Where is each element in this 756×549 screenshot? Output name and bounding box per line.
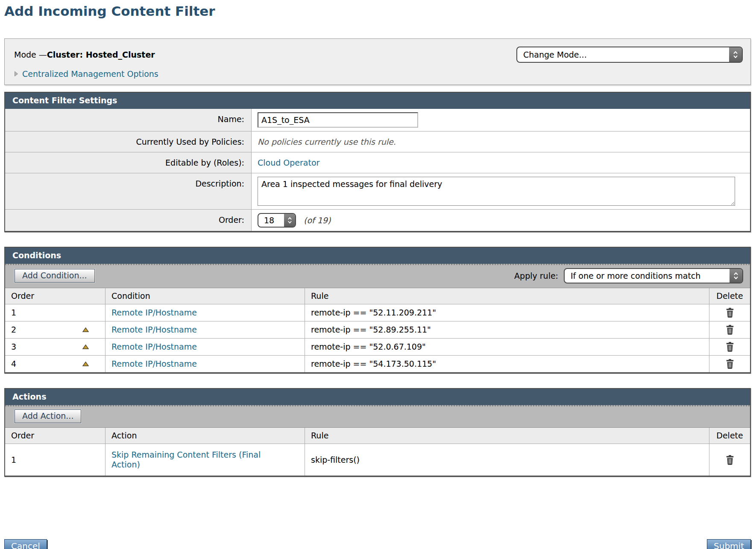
conditions-header: Conditions	[5, 248, 750, 264]
trash-icon[interactable]	[726, 359, 734, 369]
name-label: Name:	[5, 109, 252, 131]
centralized-management-link[interactable]: Centralized Management Options	[22, 69, 158, 79]
page-title: Add Incoming Content Filter	[4, 3, 751, 19]
order-label: Order:	[5, 210, 252, 231]
condition-row: 3 Remote IP/Hostname remote-ip == "52.0.…	[5, 339, 750, 356]
page: Add Incoming Content Filter Mode —Cluste…	[4, 3, 751, 549]
apply-rule-label: Apply rule:	[514, 271, 558, 280]
mode-panel: Mode —Cluster: Hosted_Cluster Change Mod…	[4, 38, 751, 85]
roles-row: Editable by (Roles): Cloud Operator	[5, 152, 750, 173]
condition-link[interactable]: Remote IP/Hostname	[111, 342, 197, 352]
add-condition-button[interactable]: Add Condition...	[15, 269, 95, 283]
editable-roles-link[interactable]: Cloud Operator	[258, 158, 319, 167]
disclosure-triangle-icon[interactable]	[14, 71, 18, 77]
policies-label: Currently Used by Policies:	[5, 131, 252, 152]
content-filter-settings-panel: Content Filter Settings Name: Currently …	[4, 92, 751, 232]
condition-rule: remote-ip == "52.0.67.109"	[305, 339, 709, 356]
action-row: 1 Skip Remaining Content Filters (Final …	[5, 444, 750, 476]
column-header-order: Order	[5, 288, 105, 304]
policies-row: Currently Used by Policies: No policies …	[5, 131, 750, 152]
submit-button[interactable]: Submit	[707, 539, 751, 549]
move-up-icon[interactable]	[82, 362, 89, 366]
mode-dash: —	[39, 50, 47, 59]
select-spinner-icon	[729, 47, 742, 62]
condition-order: 3	[11, 342, 16, 352]
condition-link[interactable]: Remote IP/Hostname	[111, 325, 197, 335]
conditions-panel: Conditions Add Condition... Apply rule: …	[4, 247, 751, 374]
trash-icon[interactable]	[726, 342, 734, 352]
settings-header: Content Filter Settings	[5, 93, 750, 109]
roles-label: Editable by (Roles):	[5, 152, 252, 173]
trash-icon[interactable]	[726, 325, 734, 335]
column-header-delete: Delete	[709, 288, 750, 304]
condition-rule: remote-ip == "52.89.255.11"	[305, 321, 709, 339]
column-header-rule: Rule	[305, 288, 709, 304]
column-header-condition: Condition	[105, 288, 305, 304]
condition-order: 2	[11, 325, 16, 335]
condition-rule: remote-ip == "52.11.209.211"	[305, 304, 709, 321]
condition-order: 1	[11, 308, 16, 318]
move-up-icon[interactable]	[82, 345, 89, 349]
order-select[interactable]: 18	[258, 213, 296, 228]
select-spinner-icon	[730, 269, 742, 283]
condition-row: 1 Remote IP/Hostname remote-ip == "52.11…	[5, 304, 750, 321]
change-mode-select-value: Change Mode...	[517, 50, 604, 59]
mode-row: Mode —Cluster: Hosted_Cluster Change Mod…	[14, 47, 743, 63]
actions-header: Actions	[5, 389, 750, 405]
condition-rule: remote-ip == "54.173.50.115"	[305, 356, 709, 372]
mode-text: Mode —Cluster: Hosted_Cluster	[14, 50, 155, 59]
actions-table-header: Order Action Rule Delete	[5, 428, 750, 444]
cancel-button[interactable]: Cancel	[4, 539, 47, 549]
apply-rule-select[interactable]: If one or more conditions match	[564, 268, 743, 283]
column-header-rule: Rule	[305, 428, 709, 444]
actions-toolbar: Add Action...	[5, 405, 750, 428]
condition-row: 4 Remote IP/Hostname remote-ip == "54.17…	[5, 356, 750, 372]
column-header-order: Order	[5, 428, 105, 444]
condition-row: 2 Remote IP/Hostname remote-ip == "52.89…	[5, 321, 750, 339]
policies-value: No policies currently use this rule.	[258, 137, 396, 146]
column-header-action: Action	[105, 428, 305, 444]
description-row: Description: Area 1 inspected messages f…	[5, 173, 750, 210]
mode-label: Mode	[14, 50, 36, 59]
conditions-toolbar: Add Condition... Apply rule: If one or m…	[5, 264, 750, 288]
apply-rule-wrap: Apply rule: If one or more conditions ma…	[514, 268, 743, 283]
apply-rule-select-value: If one or more conditions match	[565, 271, 718, 280]
column-header-delete: Delete	[709, 428, 750, 444]
trash-icon[interactable]	[726, 455, 734, 465]
change-mode-select[interactable]: Change Mode...	[516, 47, 743, 63]
mode-value: Cluster: Hosted_Cluster	[47, 50, 155, 59]
action-rule: skip-filters()	[305, 444, 709, 476]
condition-order: 4	[11, 359, 16, 369]
centralized-management-row: Centralized Management Options	[14, 69, 743, 79]
action-order: 1	[11, 455, 16, 465]
name-input[interactable]	[258, 112, 418, 128]
conditions-table-header: Order Condition Rule Delete	[5, 288, 750, 304]
action-link[interactable]: Skip Remaining Content Filters (Final Ac…	[111, 450, 287, 470]
footer-bar: Cancel Submit	[4, 539, 751, 549]
move-up-icon[interactable]	[82, 327, 89, 332]
order-row: Order: 18 (of 19)	[5, 210, 750, 231]
description-textarea[interactable]: Area 1 inspected messages for final deli…	[258, 177, 735, 206]
order-total-note: (of 19)	[304, 216, 331, 225]
trash-icon[interactable]	[726, 308, 734, 318]
condition-link[interactable]: Remote IP/Hostname	[111, 359, 197, 369]
actions-panel: Actions Add Action... Order Action Rule …	[4, 388, 751, 477]
condition-link[interactable]: Remote IP/Hostname	[111, 308, 197, 318]
name-row: Name:	[5, 109, 750, 131]
description-label: Description:	[5, 173, 252, 209]
select-spinner-icon	[284, 214, 295, 227]
add-action-button[interactable]: Add Action...	[15, 409, 81, 423]
